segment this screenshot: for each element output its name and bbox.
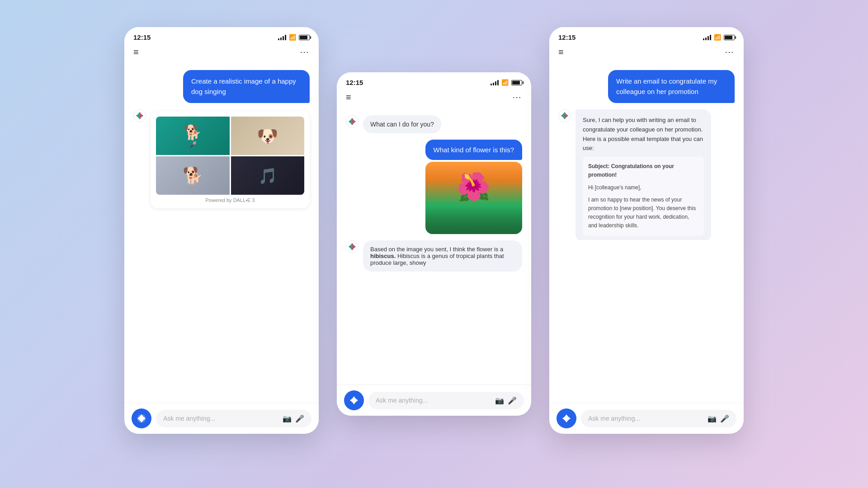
center-greeting: What can I do for you?	[346, 115, 522, 133]
right-email-greeting: Hi [colleague's name],	[588, 183, 698, 192]
left-input-placeholder: Ask me anything...	[163, 415, 215, 422]
center-camera-icon[interactable]: 📷	[495, 396, 504, 405]
center-phone-wrapper: 12:15 📶 ≡ ⋯	[337, 72, 531, 416]
mic-icon[interactable]: 🎤	[295, 414, 304, 423]
center-ai-button[interactable]	[344, 390, 364, 410]
center-dots-icon[interactable]: ⋯	[512, 92, 522, 103]
dog-image-grid: 🐕 🎤 🐶	[156, 117, 304, 195]
center-status-bar: 12:15 📶	[337, 72, 531, 90]
center-chat-area: What can I do for you? What kind of flow…	[337, 108, 531, 385]
right-ai-bubble: Sure, I can help you with writing an ema…	[576, 109, 711, 240]
right-user-bubble: Write an email to congratulate my collea…	[608, 70, 735, 103]
center-input-icons: 📷 🎤	[495, 396, 517, 405]
center-user-message-container: What kind of flower is this? 🌺	[346, 140, 522, 234]
dog-image-2: 🐶	[231, 117, 305, 155]
right-ai-button[interactable]	[557, 408, 576, 428]
camera-icon[interactable]: 📷	[283, 414, 292, 423]
wifi-icon: 📶	[289, 34, 296, 41]
right-top-bar: ≡ ⋯	[549, 45, 744, 63]
right-user-message-container: Write an email to congratulate my collea…	[558, 70, 735, 103]
right-battery-icon	[724, 35, 735, 40]
dog-image-3: 🐕	[156, 156, 230, 195]
center-ai-response-intro: Based on the image you sent, I think the…	[370, 246, 503, 253]
right-status-icons: 📶	[703, 34, 735, 41]
center-greeting-bubble: What can I do for you?	[363, 115, 441, 133]
center-status-icons: 📶	[491, 79, 522, 86]
right-chat-area: Write an email to congratulate my collea…	[549, 63, 744, 240]
left-gemini-logo	[133, 109, 146, 122]
right-wifi-icon: 📶	[714, 34, 721, 41]
signal-icon	[278, 35, 286, 40]
left-ai-button[interactable]	[132, 408, 151, 428]
center-gemini-logo-2	[346, 240, 359, 253]
left-input-icons: 📷 🎤	[283, 414, 304, 423]
right-dots-icon[interactable]: ⋯	[725, 47, 735, 57]
left-user-bubble: Create a realistic image of a happy dog …	[183, 70, 310, 103]
dog-image-1: 🐕 🎤	[156, 117, 230, 155]
center-input-area: Ask me anything... 📷 🎤	[337, 385, 531, 416]
dog-image-grid-wrapper: 🐕 🎤 🐶	[151, 111, 310, 208]
left-dots-icon[interactable]: ⋯	[300, 47, 310, 57]
right-menu-icon[interactable]: ≡	[558, 47, 564, 57]
left-time: 12:15	[133, 33, 151, 41]
powered-by-label: Powered by DALL•E 3	[156, 197, 304, 203]
center-hibiscus-bubble: Based on the image you sent, I think the…	[363, 240, 522, 272]
right-ai-content: Sure, I can help you with writing an ema…	[576, 109, 711, 240]
center-input-placeholder: Ask me anything...	[376, 397, 428, 404]
right-input-field[interactable]: Ask me anything... 📷 🎤	[581, 410, 736, 427]
right-email-box: Subject: Congratulations on your promoti…	[583, 157, 704, 235]
center-signal-icon	[491, 80, 499, 85]
right-ai-intro: Sure, I can help you with writing an ema…	[583, 117, 703, 151]
center-gemini-logo	[346, 115, 359, 128]
right-phone-wrapper: 12:15 📶 ≡ ⋯	[549, 54, 744, 434]
center-wifi-icon: 📶	[501, 79, 509, 86]
left-input-field[interactable]: Ask me anything... 📷 🎤	[156, 410, 311, 427]
right-ai-response: Sure, I can help you with writing an ema…	[558, 109, 735, 240]
center-user-text: What kind of flower is this?	[425, 140, 522, 160]
right-email-subject: Subject: Congratulations on your promoti…	[588, 162, 698, 179]
center-hibiscus-bold: hibiscus.	[370, 253, 396, 259]
center-time: 12:15	[346, 79, 363, 86]
center-input-field[interactable]: Ask me anything... 📷 🎤	[368, 392, 524, 409]
left-input-area: Ask me anything... 📷 🎤	[124, 403, 319, 434]
left-ai-response: 🐕 🎤 🐶	[133, 109, 310, 208]
center-ai-response: Based on the image you sent, I think the…	[346, 240, 522, 272]
flower-image: 🌺	[425, 162, 522, 234]
battery-icon	[299, 35, 310, 40]
dog-image-4: 🎵	[231, 156, 305, 195]
right-gemini-logo	[558, 109, 571, 122]
right-signal-icon	[703, 35, 711, 40]
left-phone-wrapper: 12:15 📶 ≡ ⋯	[124, 54, 319, 434]
left-menu-icon[interactable]: ≡	[133, 47, 139, 57]
left-ai-content: 🐕 🎤 🐶	[151, 109, 310, 208]
right-phone: 12:15 📶 ≡ ⋯	[549, 27, 744, 434]
center-menu-icon[interactable]: ≡	[346, 92, 351, 103]
right-email-body: I am so happy to hear the news of your p…	[588, 196, 698, 230]
left-status-icons: 📶	[278, 34, 310, 41]
right-camera-icon[interactable]: 📷	[708, 414, 717, 423]
center-battery-icon	[511, 80, 522, 85]
right-input-placeholder: Ask me anything...	[588, 415, 640, 422]
left-status-bar: 12:15 📶	[124, 27, 319, 45]
left-top-bar: ≡ ⋯	[124, 45, 319, 63]
center-flower-bubble: What kind of flower is this? 🌺	[425, 140, 522, 234]
center-phone: 12:15 📶 ≡ ⋯	[337, 72, 531, 416]
right-mic-icon[interactable]: 🎤	[720, 414, 729, 423]
center-top-bar: ≡ ⋯	[337, 90, 531, 108]
right-time: 12:15	[558, 33, 576, 41]
left-chat-area: Create a realistic image of a happy dog …	[124, 63, 319, 240]
left-user-message-container: Create a realistic image of a happy dog …	[133, 70, 310, 103]
right-input-area: Ask me anything... 📷 🎤	[549, 403, 744, 434]
right-status-bar: 12:15 📶	[549, 27, 744, 45]
right-input-icons: 📷 🎤	[708, 414, 729, 423]
left-phone: 12:15 📶 ≡ ⋯	[124, 27, 319, 434]
center-mic-icon[interactable]: 🎤	[508, 396, 517, 405]
